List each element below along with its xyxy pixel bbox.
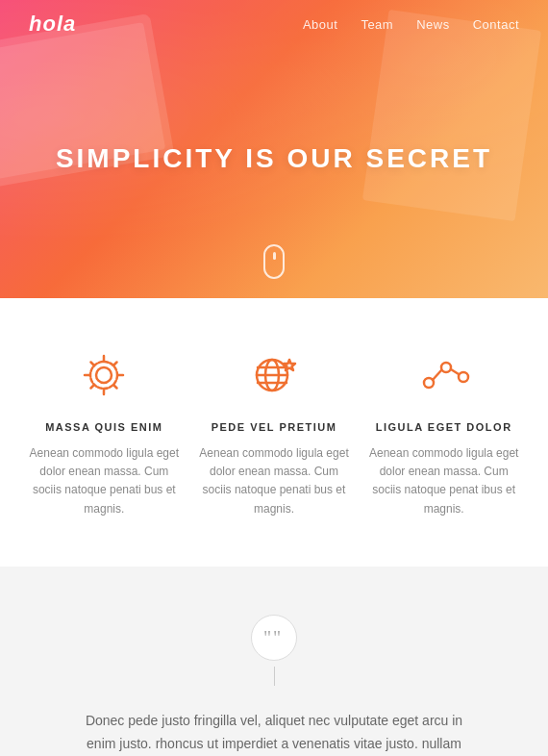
scroll-mouse-icon <box>263 244 285 279</box>
quote-icon: " " <box>263 629 285 646</box>
site-logo: hola <box>29 12 76 37</box>
scroll-indicator <box>263 244 285 279</box>
nav-news[interactable]: News <box>416 17 450 32</box>
gear-icon <box>75 346 133 404</box>
feature-2-text: Aenean commodo ligula eget dolor enean m… <box>199 444 350 518</box>
navbar: hola About Team News Contact <box>0 0 548 48</box>
svg-line-11 <box>451 369 459 374</box>
nav-links: About Team News Contact <box>303 15 519 33</box>
globe-icon <box>245 346 303 404</box>
feature-3-text: Aenean commodo ligula eget dolor enean m… <box>368 444 519 518</box>
feature-3-title: LIGULA EGET DOLOR <box>376 421 512 433</box>
feature-item-1: MASSA QUIS ENIM Aenean commodo ligula eg… <box>29 346 180 518</box>
feature-1-text: Aenean commodo ligula eget dolor enean m… <box>29 444 180 518</box>
network-icon <box>415 346 473 404</box>
svg-line-10 <box>433 370 441 380</box>
testimonial-section: " " Donec pede justo fringilla vel, aliq… <box>0 567 548 756</box>
nav-team[interactable]: Team <box>361 17 393 32</box>
svg-point-8 <box>441 363 451 372</box>
quote-icon-wrapper: " " <box>251 615 297 661</box>
hero-title: SIMPLICITY IS OUR SECRET <box>56 143 492 174</box>
feature-item-3: LIGULA EGET DOLOR Aenean commodo ligula … <box>368 346 519 518</box>
feature-2-title: PEDE VEL PRETIUM <box>212 421 337 433</box>
svg-point-0 <box>96 367 112 383</box>
features-grid: MASSA QUIS ENIM Aenean commodo ligula eg… <box>29 346 519 518</box>
features-section: MASSA QUIS ENIM Aenean commodo ligula eg… <box>0 298 548 567</box>
testimonial-text: Donec pede justo fringilla vel, aliquet … <box>72 709 476 756</box>
svg-text:": " <box>273 629 281 646</box>
quote-line <box>274 667 275 686</box>
feature-1-title: MASSA QUIS ENIM <box>45 421 162 433</box>
nav-contact[interactable]: Contact <box>473 17 519 32</box>
svg-text:": " <box>263 629 271 646</box>
feature-item-2: PEDE VEL PRETIUM Aenean commodo ligula e… <box>199 346 350 518</box>
svg-point-9 <box>459 372 468 382</box>
hero-section: hola About Team News Contact SIMPLICITY … <box>0 0 548 298</box>
nav-about[interactable]: About <box>303 17 337 32</box>
svg-point-1 <box>90 362 117 389</box>
